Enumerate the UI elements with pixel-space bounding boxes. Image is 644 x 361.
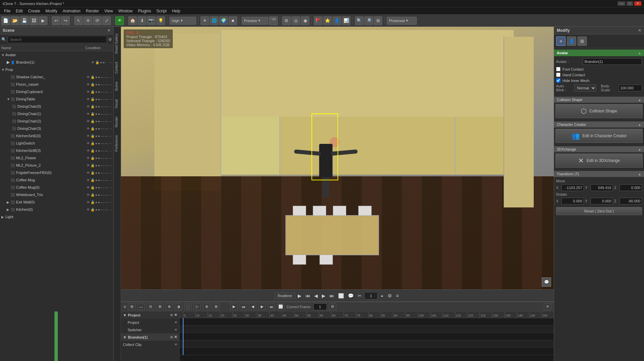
modify-close-icon[interactable]: ✕ bbox=[638, 28, 641, 33]
camera2-btn[interactable]: ⬇ bbox=[138, 16, 146, 25]
viewport-canvas[interactable]: FPS : 0 Project Triangle : 870403 Select… bbox=[121, 27, 554, 289]
physics2-btn[interactable]: ◎ bbox=[291, 16, 300, 25]
scene-close-icon[interactable]: ✕ bbox=[107, 28, 111, 33]
switcher-close[interactable]: ✕ bbox=[174, 328, 177, 332]
sun-btn[interactable]: ☀ bbox=[201, 16, 209, 25]
frame-input[interactable] bbox=[364, 292, 378, 299]
tree-item-chair-1[interactable]: ⬛ DiningChair(1) 👁🔒●●——→ bbox=[0, 110, 113, 117]
menu-render[interactable]: Render bbox=[83, 9, 102, 13]
tree-item-kitchen[interactable]: ▶ ⬛ Kitchen(0) 👁🔒●●——→ bbox=[0, 206, 113, 213]
tree-item-exit-wall[interactable]: ▶ ⬛ Exit Wall(0) 👁🔒●●——→ bbox=[0, 198, 113, 206]
tree-item-ml2-flower[interactable]: ⬛ ML2_Flower 👁🔒●●——→ bbox=[0, 154, 113, 162]
tl-btn-1[interactable]: ⊞ bbox=[128, 303, 135, 310]
select-btn[interactable]: ↖ bbox=[74, 16, 83, 25]
project-close-btn[interactable]: ⊙ bbox=[170, 313, 173, 317]
tl-btn-9[interactable]: ⊗ bbox=[203, 303, 210, 310]
project-x-btn[interactable]: ✕ bbox=[174, 313, 177, 317]
transform-header[interactable]: Transform (T) ▲ bbox=[554, 171, 644, 177]
minimize-btn[interactable]: — bbox=[618, 1, 625, 6]
tl-btn-2[interactable]: — bbox=[137, 303, 145, 310]
transform-collapse[interactable]: ▲ bbox=[638, 172, 641, 176]
brandon-x-btn[interactable]: ✕ bbox=[174, 335, 177, 339]
tree-item-chair-3[interactable]: ⬛ DiningChair(3) 👁🔒●●——→ bbox=[0, 125, 113, 132]
tree-item-shadow-catcher[interactable]: ⬛ Shadow Catcher_ 👁🔒●●——→ bbox=[0, 73, 113, 81]
avatar-collapse-icon[interactable]: ▲ bbox=[638, 51, 641, 55]
photoreal-dropdown[interactable]: Photoreal ▾ bbox=[387, 17, 417, 25]
zoom-out-btn[interactable]: 🔎 bbox=[364, 16, 373, 25]
track-project-header[interactable]: ▼ Project ⊙ ✕ bbox=[121, 311, 179, 319]
threeDXchange-collapse[interactable]: ▲ bbox=[638, 148, 641, 151]
edit-in-3dxchange-btn[interactable]: ✕ Edit in 3DXchange bbox=[555, 154, 643, 168]
character-creator-header[interactable]: Character Creator ▲ bbox=[554, 121, 644, 127]
menu-modify[interactable]: Modify bbox=[43, 9, 60, 13]
menu-window[interactable]: Window bbox=[116, 9, 135, 13]
new-btn[interactable]: 📄 bbox=[1, 16, 10, 25]
tree-item-whiteboard[interactable]: ⬛ Whiteboard_Tris 👁🔒●●——→ bbox=[0, 191, 113, 198]
current-frame-input[interactable] bbox=[313, 303, 327, 310]
export-btn[interactable]: ▶ bbox=[39, 16, 47, 25]
tree-item-chair-2[interactable]: ⬛ DiningChair(2) 👁🔒●●——→ bbox=[0, 117, 113, 125]
camera3-btn[interactable]: 📷 bbox=[147, 16, 156, 25]
move-x-input[interactable] bbox=[561, 184, 584, 191]
reset-btn[interactable]: Reset ( Zero Out ) bbox=[556, 207, 642, 215]
realtime-btn[interactable]: Realtime bbox=[275, 293, 295, 299]
tl-btn-3[interactable]: ⊟ bbox=[147, 303, 154, 310]
tree-item-floors-carpet[interactable]: ⬛ Floors_carpet 👁🔒●●——→ bbox=[0, 81, 113, 88]
threeDXchange-header[interactable]: 3DXchange ▲ bbox=[554, 146, 644, 152]
snap-btn[interactable]: 👁 bbox=[115, 16, 124, 25]
tree-item-dining-table[interactable]: ▼ ⬛ DiningTable 👁🔒●●——→ bbox=[0, 95, 113, 103]
track-collect-clip[interactable]: Collect Clip ✕ bbox=[121, 341, 179, 348]
search-filter-icon[interactable]: ⚙ bbox=[108, 37, 112, 42]
tl-btn-10[interactable]: ⊞ bbox=[212, 303, 220, 310]
project-item-close[interactable]: ✕ bbox=[174, 321, 177, 324]
modify-icon-grid[interactable]: ⊞ bbox=[577, 36, 587, 46]
frame-up-btn[interactable]: ▲ bbox=[379, 293, 385, 298]
tree-item-dining-cupboard[interactable]: ⬛ DiningCupboard 👁🔒●●——→ bbox=[0, 88, 113, 95]
redo-btn[interactable]: ↪ bbox=[61, 16, 70, 25]
tree-item-lightswitch[interactable]: ⬛ LightSwitch 👁🔒●●——→ bbox=[0, 140, 113, 147]
camera-btn[interactable]: 🏠 bbox=[128, 16, 137, 25]
edit-in-character-creator-btn[interactable]: 👥 Edit in Character Creator bbox=[555, 129, 643, 143]
rotate-y-input[interactable] bbox=[591, 198, 613, 204]
character-creator-collapse[interactable]: ▲ bbox=[638, 123, 641, 126]
collect-clip-close[interactable]: ✕ bbox=[174, 343, 177, 346]
undo-btn[interactable]: ↩ bbox=[52, 16, 60, 25]
person-btn[interactable]: 👤 bbox=[333, 16, 341, 25]
tree-item-avatar-group[interactable]: ▼ Avatar bbox=[0, 51, 113, 59]
side-tab-preference[interactable]: Preference bbox=[114, 131, 121, 156]
prev-key-btn[interactable]: ⏮ bbox=[304, 292, 311, 299]
search-input[interactable] bbox=[8, 36, 107, 43]
graph-btn[interactable]: 📊 bbox=[342, 16, 351, 25]
tl-btn-7[interactable]: ⬛ bbox=[184, 303, 191, 310]
hdr-btn[interactable]: ■ bbox=[229, 16, 237, 25]
modify-icon-avatar[interactable]: 👤 bbox=[567, 36, 576, 46]
record-frame-btn[interactable]: ⬜ bbox=[337, 292, 345, 299]
rotate-z-input[interactable] bbox=[620, 198, 642, 204]
avatar-input[interactable] bbox=[583, 58, 642, 65]
tl-play-btn[interactable]: ▶ bbox=[230, 303, 238, 310]
track-brandon-header[interactable]: ▼ Brandon(1) ⊙ ✕ bbox=[121, 334, 179, 341]
hide-inner-mesh-checkbox[interactable] bbox=[556, 78, 560, 83]
tl-next-btn[interactable]: ▶ bbox=[258, 303, 266, 310]
save-as-btn[interactable]: 🖼 bbox=[29, 16, 38, 25]
env-btn[interactable]: 🌐 bbox=[210, 16, 219, 25]
env2-btn[interactable]: 🌍 bbox=[219, 16, 228, 25]
tree-item-chair-0[interactable]: ⬛ DiningChair(0) 👁🔒●●——→ bbox=[0, 103, 113, 110]
timeline-ruler-area[interactable]: 5 10 15 20 25 30 35 40 45 50 55 60 65 70 bbox=[179, 311, 554, 361]
hand-contact-checkbox[interactable] bbox=[556, 73, 560, 77]
tl-btn-4[interactable]: ⊞ bbox=[156, 303, 163, 310]
subtitle-btn[interactable]: 💬 bbox=[347, 292, 355, 299]
flag-btn[interactable]: 🚩 bbox=[314, 16, 323, 25]
side-tab-content[interactable]: Content bbox=[114, 58, 121, 78]
tl-btn-8[interactable]: ▷ bbox=[194, 303, 201, 310]
collision-shape-btn[interactable]: ⬡ Collision Shape bbox=[555, 104, 643, 118]
menu-file[interactable]: File bbox=[1, 9, 13, 13]
menu-view[interactable]: View bbox=[102, 9, 116, 13]
brandon-close-btn[interactable]: ⊙ bbox=[170, 335, 173, 339]
clip-btn[interactable]: ✂ bbox=[356, 292, 363, 299]
tl-next2-btn[interactable]: ⏭ bbox=[268, 303, 275, 310]
tree-item-brandon[interactable]: ▶ 👤 Brandon(1) 👁 🔒 ● ● · · → bbox=[0, 59, 113, 66]
physics3-btn[interactable]: ◉ bbox=[301, 16, 309, 25]
body-scale-input[interactable] bbox=[619, 85, 642, 91]
menu-edit[interactable]: Edit bbox=[13, 9, 25, 13]
